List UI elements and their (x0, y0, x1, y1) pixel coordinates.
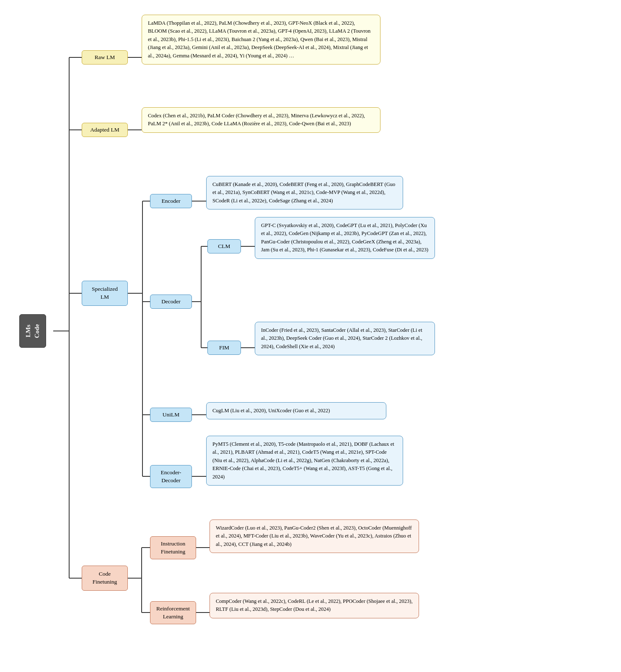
fim-text: InCoder (Fried et al., 2023), SantaCoder… (255, 322, 435, 355)
raw-lm-label: Raw LM (82, 50, 128, 65)
instruction-finetuning-content: WizardCoder (Luo et al., 2023), PanGu-Co… (210, 520, 419, 553)
decoder-node: Decoder (150, 293, 192, 310)
encoder-decoder-label: Encoder- Decoder (150, 465, 192, 488)
encoder-decoder-text: PyMT5 (Clement et al., 2020), T5-code (M… (206, 436, 403, 486)
clm-node: CLM (207, 238, 241, 255)
clm-text: GPT-C (Svyatkovskiy et al., 2020), CodeG… (255, 217, 435, 259)
raw-lm-text: LaMDA (Thoppilan et al., 2022), PaLM (Ch… (142, 15, 380, 65)
raw-lm-node: Raw LM (82, 48, 128, 67)
reinforcement-learning-text: CompCoder (Wang et al., 2022c), CodeRL (… (210, 593, 419, 618)
clm-content: GPT-C (Svyatkovskiy et al., 2020), CodeG… (255, 217, 435, 259)
instruction-finetuning-label: Instruction Finetuning (150, 536, 196, 559)
raw-lm-content: LaMDA (Thoppilan et al., 2022), PaLM (Ch… (142, 15, 380, 65)
diagram-container: Code LMs Raw LM LaMDA (Thoppilan et al.,… (8, 8, 612, 666)
reinforcement-learning-node: Reinforcement Learning (150, 601, 196, 624)
code-finetuning-node: Code Finetuning (82, 566, 128, 591)
adapted-lm-node: Adapted LM (82, 121, 128, 139)
decoder-label: Decoder (150, 295, 192, 309)
encoder-content: CuBERT (Kanade et al., 2020), CodeBERT (… (206, 176, 403, 209)
unilm-text: CugLM (Liu et al., 2020), UniXcoder (Guo… (206, 402, 386, 419)
instruction-finetuning-text: WizardCoder (Luo et al., 2023), PanGu-Co… (210, 520, 419, 553)
specialized-lm-node: Specialized LM (82, 281, 128, 306)
fim-label: FIM (207, 341, 241, 355)
reinforcement-learning-content: CompCoder (Wang et al., 2022c), CodeRL (… (210, 593, 419, 618)
encoder-node: Encoder (150, 193, 192, 209)
unilm-node: UniLM (150, 406, 192, 423)
fim-node: FIM (207, 339, 241, 356)
root-label: Code LMs (19, 314, 46, 348)
code-finetuning-label: Code Finetuning (82, 566, 128, 591)
adapted-lm-label: Adapted LM (82, 123, 128, 137)
clm-label: CLM (207, 239, 241, 254)
fim-content: InCoder (Fried et al., 2023), SantaCoder… (255, 322, 435, 355)
specialized-lm-label: Specialized LM (82, 281, 128, 306)
encoder-decoder-node: Encoder- Decoder (150, 465, 192, 488)
encoder-label: Encoder (150, 194, 192, 209)
reinforcement-learning-label: Reinforcement Learning (150, 601, 196, 624)
adapted-lm-text: Codex (Chen et al., 2021b), PaLM Coder (… (142, 107, 380, 133)
unilm-label: UniLM (150, 408, 192, 422)
instruction-finetuning-node: Instruction Finetuning (150, 536, 196, 559)
adapted-lm-content: Codex (Chen et al., 2021b), PaLM Coder (… (142, 107, 380, 133)
root-node: Code LMs (13, 314, 52, 348)
encoder-decoder-content: PyMT5 (Clement et al., 2020), T5-code (M… (206, 436, 403, 486)
unilm-content: CugLM (Liu et al., 2020), UniXcoder (Guo… (206, 402, 386, 419)
encoder-text: CuBERT (Kanade et al., 2020), CodeBERT (… (206, 176, 403, 209)
